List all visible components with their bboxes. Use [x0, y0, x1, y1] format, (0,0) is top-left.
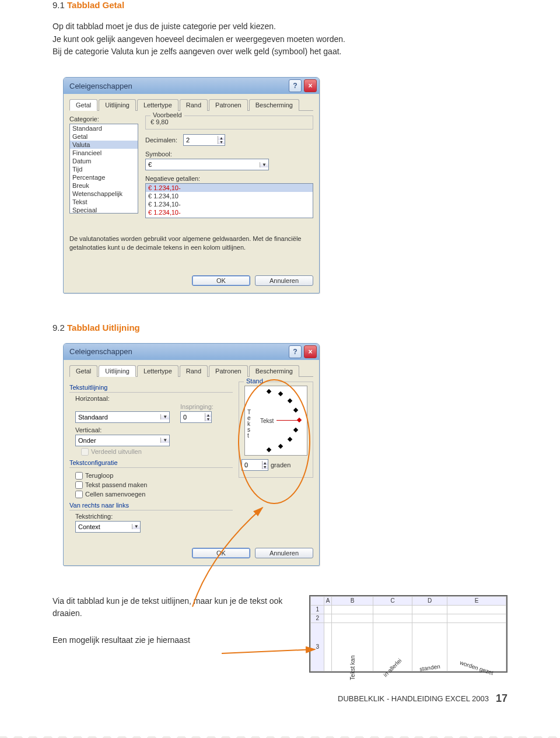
indent-value[interactable]: [181, 414, 205, 421]
cat-datum[interactable]: Datum: [70, 157, 138, 165]
symbol-value[interactable]: [146, 161, 260, 168]
neg-row-1[interactable]: € 1.234,10: [146, 192, 313, 200]
col-B: B: [331, 596, 373, 605]
help-button-2[interactable]: ?: [289, 345, 302, 358]
dialog1-tabs: Getal Uitlijning Lettertype Rand Patrone…: [69, 99, 313, 111]
tab-getal[interactable]: Getal: [69, 99, 97, 111]
cat-percentage[interactable]: Percentage: [70, 173, 138, 181]
col-C: C: [373, 596, 412, 605]
footer-text: DUBBELKLIK - HANDLEIDING EXCEL 2003: [338, 694, 489, 703]
neg-row-3[interactable]: € 1.234,10-: [146, 208, 313, 216]
cat-breuk[interactable]: Breuk: [70, 181, 138, 190]
horiz-label: Horizontaal:: [75, 395, 233, 402]
close-button[interactable]: ×: [304, 79, 317, 92]
tab2-bescherming[interactable]: Bescherming: [249, 365, 299, 377]
help-button[interactable]: ?: [289, 79, 302, 92]
dial-v-label: Tekst: [247, 410, 251, 439]
horiz-value[interactable]: [76, 414, 160, 421]
distributed-check: Verdeeld uitvullen: [81, 448, 233, 456]
cat-wetensch[interactable]: Wetenschappelijk: [70, 190, 138, 198]
symbol-label: Symbool:: [145, 151, 313, 158]
close-button-2[interactable]: ×: [304, 345, 317, 358]
ok-button-2[interactable]: OK: [192, 548, 250, 558]
preview-value: € 9,80: [150, 118, 169, 125]
spin-up-icon[interactable]: ▲: [218, 136, 225, 140]
tab-bescherming[interactable]: Bescherming: [249, 99, 299, 111]
dialog1-title: Celeigenschappen: [69, 82, 132, 90]
dialog1-titlebar[interactable]: Celeigenschappen ? ×: [64, 78, 319, 94]
section-2-heading: 9.2 Tabblad Uitlijning: [52, 323, 508, 333]
ok-button[interactable]: OK: [192, 275, 250, 286]
cancel-button[interactable]: Annuleren: [255, 275, 313, 286]
cell-e3: worden gezet: [459, 659, 495, 676]
tab-uitlijning[interactable]: Uitlijning: [99, 99, 136, 111]
orientation-dial[interactable]: Tekst Tekst: [244, 386, 307, 456]
vert-combo[interactable]: ▼: [75, 435, 170, 446]
decimals-spinner[interactable]: ▲▼: [183, 134, 225, 146]
shrink-check[interactable]: Tekst passend maken: [75, 481, 233, 489]
tab-patronen[interactable]: Patronen: [209, 99, 248, 111]
tab-rand[interactable]: Rand: [180, 99, 208, 111]
cancel-button-2[interactable]: Annuleren: [255, 548, 313, 558]
decimals-input[interactable]: [184, 137, 218, 144]
dir-value[interactable]: [76, 523, 132, 530]
negative-list[interactable]: € 1.234,10- € 1.234,10 € 1.234,10- € 1.2…: [145, 183, 313, 218]
decimals-label: Decimalen:: [145, 137, 177, 144]
spin-down-icon[interactable]: ▼: [262, 465, 268, 469]
horiz-combo[interactable]: ▼: [75, 411, 170, 423]
tab2-getal[interactable]: Getal: [69, 365, 97, 377]
chevron-down-icon[interactable]: ▼: [160, 438, 169, 443]
para-1: Op dit tabblad moet je dus de juiste cat…: [52, 20, 508, 58]
spin-down-icon[interactable]: ▼: [205, 417, 211, 421]
below-text-1: Via dit tabblad kun je de tekst uitlijne…: [52, 595, 292, 620]
section-2-title: Tabblad Uitlijning: [67, 323, 140, 333]
vert-value[interactable]: [76, 437, 160, 444]
merge-check[interactable]: Cellen samenvoegen: [75, 491, 233, 498]
section-2-num: 9.2: [52, 323, 65, 333]
col-D: D: [412, 596, 447, 605]
cell-d3: standen: [419, 663, 440, 672]
tab2-lettertype[interactable]: Lettertype: [137, 365, 178, 377]
neg-row-2[interactable]: € 1.234,10-: [146, 200, 313, 208]
neg-row-0[interactable]: € 1.234,10-: [146, 184, 313, 192]
dialog2-title: Celeigenschappen: [69, 347, 132, 356]
neg-label: Negatieve getallen:: [145, 175, 313, 182]
dialog-celeigenschappen-getal: Celeigenschappen ? × Getal Uitlijning Le…: [63, 77, 320, 293]
dialog1-helptext: De valutanotaties worden gebruikt voor a…: [69, 235, 313, 252]
dir-combo[interactable]: ▼: [75, 521, 141, 533]
cat-tekst[interactable]: Tekst: [70, 198, 138, 206]
dir-label: Tekstrichting:: [75, 513, 233, 520]
indent-spinner[interactable]: ▲▼: [180, 411, 212, 423]
chevron-down-icon[interactable]: ▼: [132, 524, 140, 529]
group-textconfig: Tekstconfiguratie: [69, 459, 233, 466]
page-footer: DUBBELKLIK - HANDLEIDING EXCEL 2003 17: [52, 692, 508, 705]
degrees-spinner[interactable]: ▲▼: [242, 459, 268, 471]
cat-tijd[interactable]: Tijd: [70, 165, 138, 173]
tab2-patronen[interactable]: Patronen: [209, 365, 248, 377]
degrees-value[interactable]: [242, 461, 262, 468]
chevron-down-icon[interactable]: ▼: [260, 162, 268, 167]
section-1-heading: 9.1 Tabblad Getal: [52, 0, 508, 10]
cat-standaard[interactable]: Standaard: [70, 124, 138, 132]
preview-legend: Voorbeeld: [150, 111, 184, 118]
cat-valuta[interactable]: Valuta: [70, 141, 138, 149]
cat-financieel[interactable]: Financieel: [70, 149, 138, 157]
tab2-rand[interactable]: Rand: [180, 365, 208, 377]
section-1-title: Tabblad Getal: [67, 0, 124, 10]
chevron-down-icon[interactable]: ▼: [160, 414, 169, 419]
cat-speciaal[interactable]: Speciaal: [70, 206, 138, 214]
wrap-check[interactable]: Terugloop: [75, 472, 233, 480]
cat-getal[interactable]: Getal: [70, 132, 138, 141]
tab-lettertype[interactable]: Lettertype: [137, 99, 178, 111]
col-A: A: [324, 596, 332, 605]
spin-up-icon[interactable]: ▲: [205, 413, 211, 417]
spin-down-icon[interactable]: ▼: [218, 140, 225, 144]
section-1-num: 9.1: [52, 0, 65, 10]
spin-up-icon[interactable]: ▲: [262, 461, 268, 465]
dialog-celeigenschappen-uitlijning: Celeigenschappen ? × Getal Uitlijning Le…: [63, 343, 320, 566]
tab2-uitlijning[interactable]: Uitlijning: [99, 365, 136, 377]
dialog2-titlebar[interactable]: Celeigenschappen ? ×: [64, 344, 319, 360]
symbol-combo[interactable]: ▼: [145, 159, 269, 170]
category-list[interactable]: Standaard Getal Valuta Financieel Datum …: [69, 124, 138, 214]
row-2: 2: [311, 614, 324, 622]
